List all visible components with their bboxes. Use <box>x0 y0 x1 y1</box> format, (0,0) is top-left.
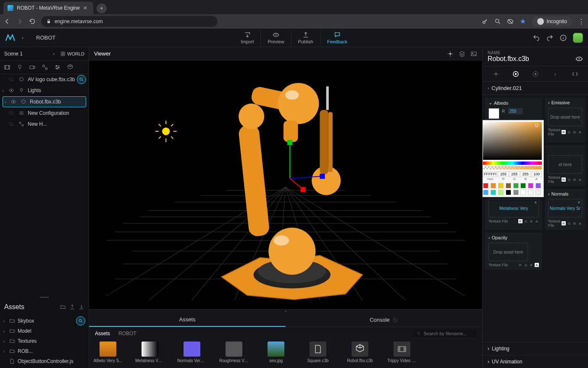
sliders-icon[interactable] <box>54 64 61 71</box>
browser-tab[interactable]: ROBOT - MetaVRse Engine ✕ <box>3 2 93 14</box>
color-r-input[interactable] <box>508 108 523 114</box>
incognito-badge[interactable]: Incognito <box>532 16 572 26</box>
color-swatch[interactable] <box>513 183 519 188</box>
asset-folder[interactable]: ›Textures <box>0 336 89 346</box>
b-input[interactable] <box>520 171 530 177</box>
forward-button[interactable] <box>16 18 24 25</box>
asset-thumb[interactable]: sea.jpg <box>261 342 291 366</box>
hierarchy-item[interactable]: New H... <box>0 119 89 130</box>
g-input[interactable] <box>509 171 520 177</box>
asset-thumb[interactable]: Robot.fbx.c3b <box>345 342 375 366</box>
drawer-tab-console[interactable]: Console <box>286 313 482 327</box>
texture-drop[interactable]: et here <box>548 155 582 174</box>
asset-thumb[interactable]: Roughness Ve... <box>219 342 249 366</box>
close-icon[interactable]: ✕ <box>83 5 89 11</box>
color-swatch[interactable] <box>536 190 541 195</box>
search-icon[interactable] <box>77 75 86 84</box>
robot-model[interactable] <box>221 83 362 299</box>
bulb-icon[interactable] <box>16 64 24 71</box>
hex-input[interactable] <box>483 171 497 177</box>
hierarchy-item[interactable]: AV logo cube.fbx.c3b <box>0 74 89 85</box>
tab-material[interactable] <box>512 70 520 78</box>
expand-icon[interactable]: › <box>3 88 7 93</box>
tab-info[interactable] <box>551 70 559 78</box>
redo-button[interactable] <box>546 34 554 42</box>
asset-thumb[interactable]: Normals Very ... <box>177 342 207 366</box>
opacity-texture-drop[interactable]: Drop asset here <box>488 243 528 261</box>
emissive-texture-drop[interactable]: Drop asset here <box>548 108 582 126</box>
new-tab-button[interactable]: + <box>97 3 107 13</box>
color-swatch[interactable] <box>491 190 496 195</box>
color-swatch[interactable] <box>506 183 511 188</box>
download-icon[interactable] <box>79 304 84 310</box>
search-input[interactable] <box>424 331 473 336</box>
world-toggle[interactable]: WORLD <box>60 51 84 56</box>
undo-button[interactable] <box>533 34 540 42</box>
color-swatch[interactable] <box>528 183 533 188</box>
color-swatch[interactable] <box>483 183 488 188</box>
panel-splitter[interactable]: ━━━ <box>0 295 89 300</box>
color-picker[interactable]: Hex R G B A <box>483 120 544 197</box>
key-icon[interactable] <box>482 18 488 25</box>
visibility-icon[interactable] <box>8 77 14 82</box>
menu-icon[interactable]: ⋮ <box>578 18 585 26</box>
alpha-slider[interactable] <box>483 166 542 169</box>
app-logo[interactable] <box>5 34 17 42</box>
visibility-icon[interactable] <box>8 121 14 127</box>
tab-code[interactable] <box>571 70 579 78</box>
visibility-icon[interactable] <box>10 99 16 105</box>
expand-icon[interactable]: › <box>3 319 7 323</box>
user-avatar[interactable] <box>573 33 583 43</box>
viewport-3d[interactable] <box>89 61 482 309</box>
scene-selector[interactable]: Scene 1 › WORLD <box>0 47 89 61</box>
asset-folder[interactable]: ›Model <box>0 326 89 336</box>
reload-button[interactable] <box>29 18 36 25</box>
asset-thumb[interactable]: Albeto Very S... <box>93 342 123 366</box>
zoom-icon[interactable] <box>494 18 501 25</box>
preview-button[interactable]: Preview <box>261 30 291 46</box>
back-button[interactable] <box>3 18 11 25</box>
normals-texture-drop[interactable]: ×Normals Very Sr <box>548 199 582 217</box>
upload-icon[interactable] <box>69 304 75 310</box>
asset-folder[interactable]: › Skybox <box>0 316 89 326</box>
transform-icon[interactable] <box>41 64 49 71</box>
feedback-button[interactable]: Feedback <box>320 30 354 46</box>
saturation-field[interactable] <box>483 122 542 160</box>
color-swatch[interactable] <box>498 183 504 188</box>
color-swatch[interactable] <box>513 190 519 195</box>
hierarchy-item[interactable]: New Configuration <box>0 108 89 119</box>
lighting-section[interactable]: ›Lighting <box>483 342 588 355</box>
tab-animation[interactable] <box>531 70 540 78</box>
drawer-subtab-robot[interactable]: ROBOT <box>118 331 136 336</box>
a-input[interactable] <box>532 171 542 177</box>
eye-off-icon[interactable] <box>507 18 514 25</box>
visibility-icon[interactable] <box>8 87 14 93</box>
asset-thumb[interactable]: Metalness Ver... <box>135 342 165 366</box>
color-swatch[interactable] <box>498 190 504 195</box>
albedo-swatch[interactable] <box>488 108 499 119</box>
url-field[interactable]: engine.metavrse.com <box>41 16 218 27</box>
metalness-texture-drop[interactable]: ×Metalness Very <box>488 199 539 217</box>
hierarchy-item[interactable]: › Lights <box>0 85 89 96</box>
color-swatch[interactable] <box>520 190 526 195</box>
color-swatch[interactable] <box>536 183 541 188</box>
asset-file[interactable]: ObjectButtonController.js <box>0 356 89 366</box>
asset-thumb[interactable]: Trippy Video 1... <box>387 342 417 366</box>
info-button[interactable] <box>559 34 567 42</box>
camera-icon[interactable] <box>29 64 36 71</box>
color-swatch[interactable] <box>483 190 488 195</box>
color-swatch[interactable] <box>506 190 511 195</box>
asset-thumb[interactable]: Square.c3b <box>303 342 333 366</box>
asset-folder[interactable]: ›ROB... <box>0 346 89 356</box>
search-icon[interactable] <box>76 316 85 326</box>
color-swatch[interactable] <box>528 190 533 195</box>
color-swatch[interactable] <box>491 183 496 188</box>
layers-icon[interactable] <box>459 50 465 57</box>
import-button[interactable]: Import <box>234 30 261 46</box>
gizmo-icon[interactable] <box>447 50 454 57</box>
chevron-right-icon[interactable]: › <box>22 35 24 41</box>
tab-transform[interactable] <box>492 70 500 78</box>
close-icon[interactable]: × <box>578 200 580 205</box>
visibility-icon[interactable] <box>8 110 14 116</box>
drawer-handle[interactable]: ⌃ <box>89 310 482 313</box>
